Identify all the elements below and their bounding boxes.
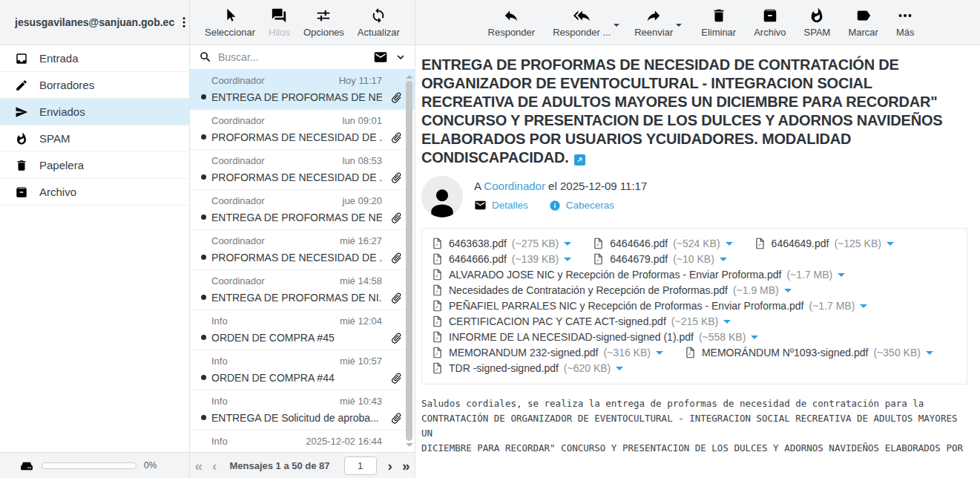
attachment-item[interactable]: MEMORANDUM 232-signed.pdf(~316 KB) — [431, 346, 663, 359]
sidebar-item-trash[interactable]: Papelera — [0, 152, 189, 179]
search-bar — [190, 45, 415, 70]
attachment-item[interactable]: Necesidades de Contratación y Recepción … — [431, 284, 792, 297]
attachment-item[interactable]: PEÑAFIEL PARRALES NIC y Recepción de Pro… — [431, 299, 867, 312]
attachment-menu-icon[interactable] — [723, 320, 731, 327]
mark-button[interactable]: Marcar — [841, 3, 884, 42]
message-sender: Info — [211, 315, 228, 327]
forward-dropdown-icon[interactable] — [676, 24, 682, 30]
message-date: mié 14:58 — [340, 275, 382, 287]
attachment-menu-icon[interactable] — [784, 289, 792, 296]
webmail-app: jesusgavilanes@sanjuan.gob.ec Entrada Bo… — [0, 0, 980, 478]
message-row[interactable]: CoordinadorHoy 11:17 ENTREGA DE PROFORMA… — [190, 70, 415, 110]
first-page-button[interactable]: « — [194, 459, 205, 473]
attachment-menu-icon[interactable] — [564, 258, 571, 265]
message-row[interactable]: Infomié 12:04 ORDEN DE COMPRA #45 — [190, 310, 415, 350]
unread-dot — [201, 415, 206, 420]
trash-icon — [711, 7, 727, 24]
folder-label: Enviados — [39, 105, 85, 118]
attachment-menu-icon[interactable] — [860, 304, 867, 312]
options-label: Opciones — [303, 27, 344, 38]
archive-button[interactable]: Archivo — [747, 3, 792, 42]
attachment-row: 6464666.pdf(~139 KB) 6464679.pdf(~10 KB) — [431, 252, 958, 266]
message-subject: ORDEN DE COMPRA #45 — [211, 332, 382, 344]
sidebar-item-sent[interactable]: Enviados — [0, 99, 189, 125]
attachment-menu-icon[interactable] — [838, 273, 845, 281]
avatar — [421, 176, 463, 217]
attachment-item[interactable]: 6464679.pdf(~10 KB) — [592, 252, 727, 266]
pdf-file-icon — [431, 346, 444, 359]
message-subject-heading: ENTREGA DE PROFORMAS DE NECESIDAD DE CON… — [421, 56, 967, 167]
page-number-input[interactable] — [344, 456, 377, 475]
message-datetime: 2025-12-09 11:17 — [560, 180, 647, 192]
attachment-menu-icon[interactable] — [616, 367, 623, 374]
attachment-menu-icon[interactable] — [751, 335, 758, 343]
message-row[interactable]: Infomié 10:57 ORDEN DE COMPRA #44 — [190, 350, 415, 390]
attachment-item[interactable]: TDR -signed-signed.pdf(~620 KB) — [431, 361, 623, 375]
scrollbar-thumb[interactable] — [406, 81, 412, 441]
unread-dot — [201, 375, 206, 380]
attachment-item[interactable]: 6464666.pdf(~139 KB) — [431, 252, 571, 266]
trash-icon — [15, 159, 28, 172]
options-button[interactable]: Opciones — [297, 3, 351, 42]
search-icon — [199, 50, 212, 64]
list-scrollbar[interactable] — [404, 71, 414, 451]
attachment-menu-icon[interactable] — [926, 351, 933, 358]
attachment-item[interactable]: ALVARADO JOSE NIC y Recepción de Proform… — [431, 268, 845, 281]
select-button[interactable]: Seleccionar — [198, 3, 262, 42]
message-subject: ENTREGA DE Solicitud de aproba... — [211, 412, 382, 424]
reply-all-button[interactable]: Responder ... — [546, 3, 617, 42]
last-page-button[interactable]: » — [401, 459, 412, 473]
attachment-menu-icon[interactable] — [720, 258, 727, 265]
attachment-menu-icon[interactable] — [564, 242, 571, 249]
message-date: mié 10:43 — [340, 396, 382, 407]
attachment-item[interactable]: 6463638.pdf(~275 KB) — [431, 237, 571, 250]
search-options-chevron-icon[interactable] — [394, 50, 407, 64]
search-scope-mail-icon[interactable] — [373, 50, 388, 65]
unread-dot — [201, 174, 206, 180]
message-row[interactable]: Infomié 10:43 ENTREGA DE Solicitud de ap… — [190, 390, 415, 430]
threads-button[interactable]: Hilos — [262, 3, 297, 42]
mail-content: ENTREGA DE PROFORMAS DE NECESIDAD DE CON… — [415, 45, 980, 478]
sidebar-item-archive[interactable]: Archivo — [0, 179, 189, 206]
sender-lines: A Coordinador el 2025-12-09 11:17 Detall… — [474, 176, 647, 217]
reply-all-dropdown-icon[interactable] — [614, 24, 619, 30]
spam-button[interactable]: SPAM — [798, 3, 838, 42]
reply-all-label: Responder ... — [553, 27, 611, 38]
attachment-item[interactable]: INFORME DE LA NECESIDAD-signed-signed (1… — [431, 330, 758, 344]
sidebar-item-inbox[interactable]: Entrada — [0, 45, 189, 72]
search-input[interactable] — [218, 51, 367, 63]
folder-list: Entrada Borradores Enviados SPAM Papeler… — [0, 45, 189, 452]
message-row[interactable]: Coordinadormié 16:27 PROFORMAS DE NECESI… — [190, 230, 415, 270]
attachment-item[interactable]: 6464649.pdf(~125 KB) — [754, 237, 894, 250]
attachment-item[interactable]: 6464646.pdf(~524 KB) — [592, 237, 732, 250]
attachment-menu-icon[interactable] — [656, 351, 663, 358]
refresh-button[interactable]: Actualizar — [351, 3, 407, 42]
more-button[interactable]: Más — [889, 3, 921, 42]
reply-button[interactable]: Responder — [481, 3, 542, 42]
attachment-item[interactable]: CERTIFICACION PAC Y CATE ACT-signed.pdf(… — [431, 315, 731, 328]
recipient-link[interactable]: Coordinador — [484, 180, 545, 192]
message-row[interactable]: Coordinadorjue 09:20 ENTREGA DE PROFORMA… — [190, 190, 415, 230]
forward-button[interactable]: Reenviar — [628, 3, 680, 42]
info-icon — [549, 200, 561, 212]
message-row[interactable]: Coordinadorlun 08:53 PROFORMAS DE NECESI… — [190, 150, 415, 190]
details-toggle[interactable]: Detalles — [474, 199, 528, 212]
message-row[interactable]: Coordinadormié 14:58 ENTREGA DE PROFORMA… — [190, 270, 415, 310]
reply-label: Responder — [488, 27, 536, 38]
scroll-up-icon[interactable] — [406, 71, 413, 79]
scroll-down-icon[interactable] — [406, 443, 413, 451]
message-body: Saludos cordiales, se realiza la entrega… — [421, 396, 967, 456]
open-in-new-window-icon[interactable] — [574, 154, 585, 166]
attachment-menu-icon[interactable] — [887, 242, 894, 249]
next-page-button[interactable]: › — [387, 459, 394, 473]
delete-button[interactable]: Eliminar — [694, 3, 743, 42]
attachment-item[interactable]: MEMORÁNDUM Nº1093-signed.pdf(~350 KB) — [684, 346, 933, 359]
message-row[interactable]: Coordinadorlun 09:01 PROFORMAS DE NECESI… — [190, 110, 415, 150]
headers-toggle[interactable]: Cabeceras — [549, 199, 614, 212]
sidebar-item-drafts[interactable]: Borradores — [0, 72, 189, 99]
message-row[interactable]: Info2025-12-02 16:44 — [190, 430, 415, 452]
sidebar-item-spam[interactable]: SPAM — [0, 125, 189, 152]
attachment-menu-icon[interactable] — [726, 242, 733, 249]
pdf-file-icon — [431, 237, 444, 250]
prev-page-button[interactable]: ‹ — [211, 459, 218, 473]
